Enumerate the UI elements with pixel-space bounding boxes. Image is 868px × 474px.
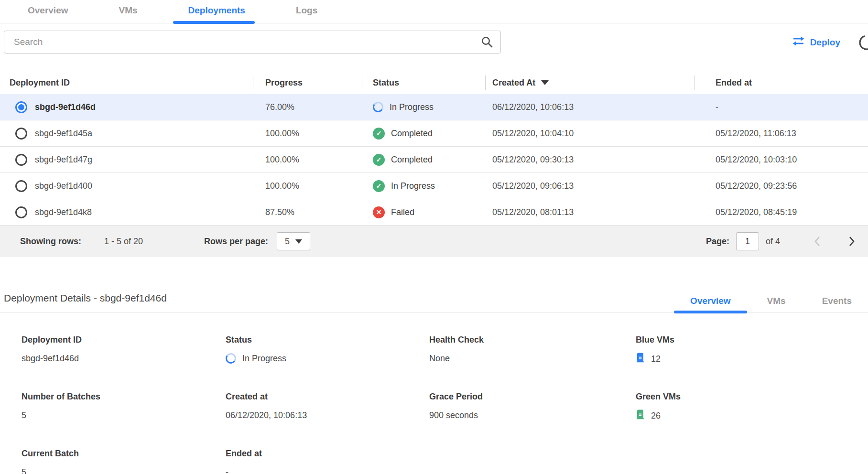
status-label: Failed bbox=[391, 207, 414, 217]
swap-arrows-icon bbox=[792, 36, 805, 48]
column-header-created-at[interactable]: Created At bbox=[485, 71, 694, 94]
search-icon bbox=[481, 36, 493, 50]
tab-deployments[interactable]: Deployments bbox=[182, 5, 252, 23]
details-tab-events[interactable]: Events bbox=[806, 296, 868, 313]
row-radio[interactable] bbox=[15, 154, 27, 166]
deploy-button[interactable]: Deploy bbox=[792, 36, 840, 48]
toolbar: Deploy bbox=[0, 31, 868, 54]
error-circle-icon: ✕ bbox=[373, 206, 385, 218]
status-label: In Progress bbox=[390, 102, 434, 112]
row-radio[interactable] bbox=[15, 206, 27, 218]
details-tab-bar: Overview VMs Events bbox=[674, 296, 868, 313]
rows-per-page-label: Rows per page: bbox=[204, 237, 268, 247]
created-at-value: 05/12/2020, 09:06:13 bbox=[485, 181, 694, 191]
created-at-value: 05/12/2020, 10:04:10 bbox=[485, 129, 694, 139]
chevron-down-icon bbox=[295, 239, 302, 244]
details-tab-overview[interactable]: Overview bbox=[674, 296, 747, 313]
progress-value: 100.00% bbox=[253, 155, 362, 165]
in-progress-spinner-icon bbox=[372, 101, 384, 113]
detail-field-deployment-id: Deployment ID sbgd-9ef1d46d bbox=[22, 335, 226, 365]
progress-value: 76.00% bbox=[253, 102, 362, 112]
ended-at-value: - bbox=[694, 102, 868, 112]
showing-rows-label: Showing rows: bbox=[20, 237, 81, 247]
deploy-button-label: Deploy bbox=[810, 37, 840, 48]
detail-field-created-at: Created at 06/12/2020, 10:06:13 bbox=[226, 392, 429, 422]
check-circle-icon: ✓ bbox=[373, 154, 385, 166]
table-row[interactable]: sbgd-9ef1d45a 100.00% ✓ Completed 05/12/… bbox=[0, 120, 868, 147]
detail-field-grace-period: Grace Period 900 seconds bbox=[429, 392, 636, 422]
pagination: Page: of 4 bbox=[706, 232, 856, 250]
deployment-id: sbgd-9ef1d400 bbox=[35, 181, 92, 191]
refresh-icon[interactable] bbox=[858, 34, 868, 53]
sort-desc-icon bbox=[541, 80, 549, 85]
ended-at-value: 05/12/2020, 11:06:13 bbox=[694, 129, 868, 139]
next-page-button[interactable] bbox=[848, 236, 856, 247]
showing-rows-value: 1 - 5 of 20 bbox=[104, 237, 143, 247]
created-at-value: 05/12/2020, 09:30:13 bbox=[485, 155, 694, 165]
ended-at-value: 05/12/2020, 09:23:56 bbox=[694, 181, 868, 191]
detail-field-number-of-batches: Number of Batches 5 bbox=[22, 392, 226, 422]
green-vm-server-icon bbox=[636, 409, 645, 422]
progress-value: 87.50% bbox=[253, 207, 362, 217]
deployments-table: Deployment ID Progress Status Created At… bbox=[0, 71, 868, 257]
previous-page-button[interactable] bbox=[814, 236, 821, 247]
table-header-row: Deployment ID Progress Status Created At… bbox=[0, 71, 868, 94]
deployment-id: sbgd-9ef1d46d bbox=[35, 102, 96, 112]
ended-at-value: 05/12/2020, 08:45:19 bbox=[694, 207, 868, 217]
in-progress-spinner-icon bbox=[225, 352, 237, 365]
deployment-id: sbgd-9ef1d47g bbox=[35, 155, 92, 165]
status-label: Completed bbox=[391, 155, 433, 165]
table-row[interactable]: sbgd-9ef1d4k8 87.50% ✕ Failed 05/12/2020… bbox=[0, 199, 868, 226]
column-header-status[interactable]: Status bbox=[362, 71, 485, 94]
page-label: Page: bbox=[706, 237, 729, 247]
tab-overview[interactable]: Overview bbox=[21, 5, 75, 23]
progress-value: 100.00% bbox=[253, 181, 362, 191]
detail-field-ended-at: Ended at - bbox=[226, 449, 429, 474]
table-footer: Showing rows: 1 - 5 of 20 Rows per page:… bbox=[0, 226, 868, 257]
table-row[interactable]: sbgd-9ef1d47g 100.00% ✓ Completed 05/12/… bbox=[0, 147, 868, 173]
page-number-input[interactable] bbox=[736, 232, 759, 250]
table-row[interactable]: sbgd-9ef1d46d 76.00% In Progress 06/12/2… bbox=[0, 94, 868, 120]
detail-field-green-vms: Green VMs 26 bbox=[636, 392, 868, 422]
status-label: Completed bbox=[391, 129, 433, 139]
details-grid: Deployment ID sbgd-9ef1d46d Status In Pr… bbox=[0, 313, 868, 474]
created-at-value: 06/12/2020, 10:06:13 bbox=[485, 102, 694, 112]
row-radio[interactable] bbox=[15, 128, 27, 140]
status-label: In Progress bbox=[391, 181, 435, 191]
detail-field-status: Status In Progress bbox=[226, 335, 429, 365]
detail-field-current-batch: Current Batch 5 bbox=[22, 449, 226, 474]
row-radio[interactable] bbox=[15, 180, 27, 192]
deployment-details: Deployment Details - sbgd-9ef1d46d Overv… bbox=[0, 287, 868, 474]
rows-per-page-select[interactable]: 5 bbox=[277, 232, 310, 250]
search-field-wrap bbox=[4, 31, 501, 54]
details-header: Deployment Details - sbgd-9ef1d46d Overv… bbox=[0, 287, 868, 313]
deployment-id: sbgd-9ef1d45a bbox=[35, 129, 92, 139]
table-row[interactable]: sbgd-9ef1d400 100.00% ✓ In Progress 05/1… bbox=[0, 173, 868, 199]
deployment-id: sbgd-9ef1d4k8 bbox=[35, 207, 92, 217]
detail-field-health-check: Health Check None bbox=[429, 335, 636, 365]
search-input[interactable] bbox=[4, 31, 501, 54]
detail-field-blue-vms: Blue VMs 12 bbox=[636, 335, 868, 365]
tab-vms[interactable]: VMs bbox=[112, 5, 144, 23]
column-header-deployment-id[interactable]: Deployment ID bbox=[0, 71, 253, 94]
details-tab-vms[interactable]: VMs bbox=[751, 296, 802, 313]
page-total: of 4 bbox=[766, 237, 780, 247]
blue-vm-server-icon bbox=[636, 353, 645, 365]
top-tab-bar: Overview VMs Deployments Logs bbox=[0, 0, 868, 23]
check-circle-icon: ✓ bbox=[373, 180, 385, 192]
column-header-ended-at[interactable]: Ended at bbox=[694, 71, 868, 94]
details-title: Deployment Details - sbgd-9ef1d46d bbox=[4, 292, 167, 303]
created-at-value: 05/12/2020, 08:01:13 bbox=[485, 207, 694, 217]
ended-at-value: 05/12/2020, 10:03:10 bbox=[694, 155, 868, 165]
column-header-progress[interactable]: Progress bbox=[253, 71, 362, 94]
row-radio-selected[interactable] bbox=[15, 101, 27, 113]
tab-logs[interactable]: Logs bbox=[289, 5, 324, 23]
check-circle-icon: ✓ bbox=[373, 128, 385, 140]
progress-value: 100.00% bbox=[253, 129, 362, 139]
